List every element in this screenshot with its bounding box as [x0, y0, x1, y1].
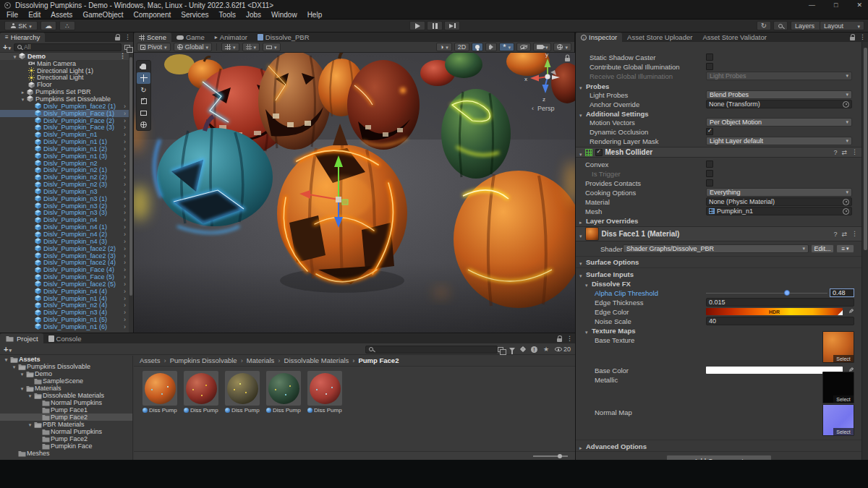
help-icon[interactable]: ? — [833, 231, 837, 238]
presets-icon[interactable]: ⇄ — [841, 149, 847, 156]
object-picker-icon[interactable] — [843, 199, 849, 205]
tab-hierarchy[interactable]: ≡ Hierarchy — [0, 33, 45, 42]
prefab-open-arrow-icon[interactable] — [124, 223, 129, 231]
hierarchy-item[interactable]: Dislv_Pumpkin_n3 (3) — [0, 210, 129, 217]
presets-icon[interactable]: ⇄ — [841, 231, 847, 238]
audio-toggle[interactable] — [485, 43, 497, 51]
project-folder-row[interactable]: PBR Materials — [0, 421, 132, 428]
alpha-clip-value-field[interactable]: 0.48 — [830, 288, 854, 297]
select-button[interactable]: Select — [833, 395, 854, 403]
prefab-open-arrow-icon[interactable] — [124, 295, 129, 302]
alpha-clip-slider[interactable] — [706, 293, 827, 294]
hierarchy-search-input[interactable]: All — [14, 43, 122, 51]
static-shadow-caster-checkbox[interactable] — [706, 53, 713, 61]
scene-picker-icon[interactable] — [124, 45, 130, 50]
global-toggle[interactable]: Global — [174, 43, 213, 51]
prefab-open-arrow-icon[interactable] — [124, 323, 129, 330]
hierarchy-item[interactable]: Dislv_Pumpkin_face2 (1) — [0, 103, 129, 110]
section-header[interactable]: Layer Overrides — [586, 217, 638, 225]
breadcrumb-item[interactable]: Pump Face2 — [349, 356, 399, 364]
project-folder-row[interactable]: Normal Pumpkins — [0, 399, 132, 406]
account-button[interactable]: SK — [4, 21, 38, 30]
prefab-open-arrow-icon[interactable] — [124, 231, 129, 238]
tab-game[interactable]: Game — [171, 33, 210, 42]
add-gameobject-button[interactable]: + — [3, 43, 11, 51]
hierarchy-item[interactable]: Dislv_Pumpkin_Face (3) — [0, 124, 129, 131]
hierarchy-item[interactable]: Dislv_Pumpkin_face2 (4) — [0, 259, 129, 266]
prefab-open-arrow-icon[interactable] — [124, 273, 129, 281]
hierarchy-item[interactable]: Dislv_Pumpkin_face2 (2) — [0, 245, 129, 252]
physic-material-field[interactable]: None (Physic Material) — [706, 197, 852, 206]
menu-services[interactable]: Services — [176, 11, 213, 19]
shader-dropdown[interactable]: Shader Graphs/Dissolve_PBR▾ — [623, 244, 809, 253]
menu-file[interactable]: File — [1, 11, 23, 19]
global-search-button[interactable] — [773, 21, 788, 30]
cooking-options-dropdown[interactable]: Everything▾ — [706, 188, 852, 197]
section-header[interactable]: Probes — [586, 82, 609, 90]
menu-help[interactable]: Help — [302, 11, 328, 19]
menu-gameobject[interactable]: GameObject — [77, 11, 128, 19]
persp-label[interactable]: Persp — [537, 105, 555, 112]
hierarchy-item[interactable]: Dislv_Pumpkin_n1 (5) — [0, 316, 129, 323]
rotate-tool-button[interactable]: ↻ — [137, 84, 150, 95]
hierarchy-item[interactable]: Dislv_Pumpkin_n4 (2) — [0, 231, 129, 238]
prefab-open-arrow-icon[interactable] — [124, 245, 129, 252]
mesh-collider-header[interactable]: Mesh Collider ?⇄⋮ — [576, 147, 861, 158]
breadcrumb-item[interactable]: Assets — [140, 356, 161, 364]
hierarchy-item[interactable]: Main Camera — [0, 60, 129, 67]
prefab-open-arrow-icon[interactable] — [124, 266, 129, 273]
normal-map-thumbnail[interactable]: Select — [822, 404, 854, 436]
project-folder-row[interactable]: Demo — [0, 370, 132, 377]
section-header[interactable]: Advanced Options — [586, 442, 647, 450]
tab-dissolve_pbr[interactable]: Dissolve_PBR — [252, 33, 315, 42]
edge-thickness-field[interactable]: 0.015 — [706, 298, 854, 307]
move-tool-button[interactable] — [137, 72, 150, 84]
hierarchy-item[interactable]: Dislv_Pumpkin_face2 (5) — [0, 281, 129, 288]
minimize-button[interactable]: — — [809, 1, 815, 9]
hierarchy-item[interactable]: Pumpkins Set PBR — [0, 88, 129, 95]
material-asset-tile[interactable]: Diss Pump Fa... — [266, 371, 301, 414]
hierarchy-item[interactable]: Dislv_Pumpkin_n2 — [0, 160, 129, 167]
material-presets-button[interactable]: ≡▾ — [836, 244, 854, 253]
prefab-open-arrow-icon[interactable] — [124, 131, 129, 138]
prefab-open-arrow-icon[interactable] — [124, 238, 129, 245]
hierarchy-item[interactable]: Dislv_Pumpkin_n2 (3) — [0, 181, 129, 188]
transform-tool-button[interactable] — [137, 119, 150, 130]
project-folder-row[interactable]: Pump Face2 — [0, 435, 132, 442]
lighting-toggle[interactable] — [472, 43, 483, 51]
tab-project[interactable]: Project — [0, 333, 43, 343]
project-folder-row[interactable]: Normal Pumpkins — [0, 428, 132, 435]
2d-toggle[interactable]: 2D — [454, 43, 470, 51]
twisty-icon[interactable] — [11, 363, 17, 370]
section-header[interactable]: Dissolve FX — [592, 280, 631, 288]
play-button[interactable] — [409, 21, 425, 30]
thumbnail-size-slider[interactable] — [533, 455, 568, 457]
select-button[interactable]: Select — [833, 355, 854, 362]
eyedropper-icon[interactable]: ✎ — [848, 308, 854, 315]
provides-contacts-checkbox[interactable] — [706, 179, 713, 187]
rect-tool-button[interactable] — [137, 107, 150, 119]
hierarchy-item[interactable]: Dislv_Pumpkin_n3 (4) — [0, 309, 129, 316]
save-search-icon[interactable]: ★ — [543, 346, 549, 353]
menu-edit[interactable]: Edit — [23, 11, 46, 19]
search-by-type-icon[interactable] — [509, 348, 515, 351]
hierarchy-item[interactable]: Dislv_Pumpkin_Face (2) — [0, 117, 129, 124]
search-by-label-icon[interactable] — [520, 346, 526, 352]
noise-scale-field[interactable]: 40 — [706, 317, 854, 325]
tool-settings-dropdown[interactable] — [263, 43, 281, 51]
lock-icon[interactable] — [850, 37, 855, 40]
prefab-open-arrow-icon[interactable] — [124, 145, 129, 153]
hidden-packages-count[interactable]: 20 — [555, 346, 571, 353]
panel-menu-icon[interactable]: ⋮ — [124, 34, 131, 40]
hierarchy-item[interactable]: Dislv_Pumpkin_n1 (3) — [0, 153, 129, 160]
gizmos-dropdown[interactable] — [553, 43, 571, 51]
prefab-open-arrow-icon[interactable] — [124, 117, 129, 124]
object-picker-icon[interactable] — [843, 208, 849, 215]
slider-handle[interactable] — [784, 290, 790, 296]
section-header[interactable]: Surface Inputs — [586, 270, 634, 278]
twisty-icon[interactable] — [19, 385, 25, 392]
hierarchy-scrollbar[interactable] — [129, 53, 133, 333]
hidden-objects-toggle[interactable] — [516, 43, 531, 51]
scene-menu-icon[interactable]: ⋮ — [119, 53, 126, 59]
prefab-open-arrow-icon[interactable] — [124, 316, 129, 323]
